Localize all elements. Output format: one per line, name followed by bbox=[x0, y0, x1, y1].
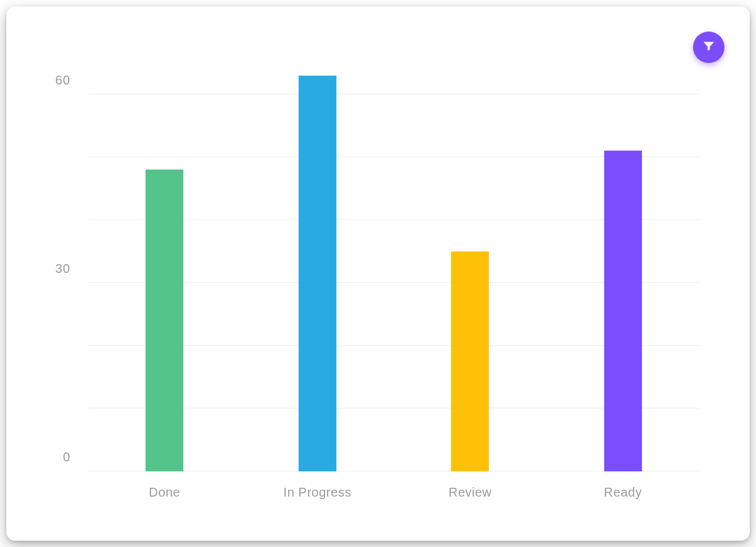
bar-review[interactable] bbox=[451, 251, 489, 471]
y-tick-label: 60 bbox=[55, 72, 71, 87]
x-tick-label: In Progress bbox=[241, 471, 394, 515]
bar-slot bbox=[88, 32, 241, 471]
bar-slot bbox=[394, 32, 547, 471]
y-tick-label: 0 bbox=[63, 450, 71, 464]
x-tick-label: Review bbox=[394, 471, 547, 515]
plot-area bbox=[88, 32, 699, 471]
bar-chart: 03060 DoneIn ProgressReviewReady bbox=[32, 32, 724, 515]
x-axis: DoneIn ProgressReviewReady bbox=[88, 471, 699, 515]
y-axis: 03060 bbox=[32, 32, 88, 471]
bar-done[interactable] bbox=[146, 170, 183, 471]
bars-container bbox=[88, 32, 699, 471]
x-tick-label: Ready bbox=[547, 471, 700, 515]
bar-in-progress[interactable] bbox=[299, 76, 336, 471]
x-tick-label: Done bbox=[88, 471, 241, 515]
bar-ready[interactable] bbox=[604, 151, 642, 471]
y-tick-label: 30 bbox=[55, 261, 71, 275]
bar-slot bbox=[547, 32, 700, 471]
bar-slot bbox=[241, 32, 394, 471]
chart-card: 03060 DoneIn ProgressReviewReady bbox=[6, 6, 750, 541]
